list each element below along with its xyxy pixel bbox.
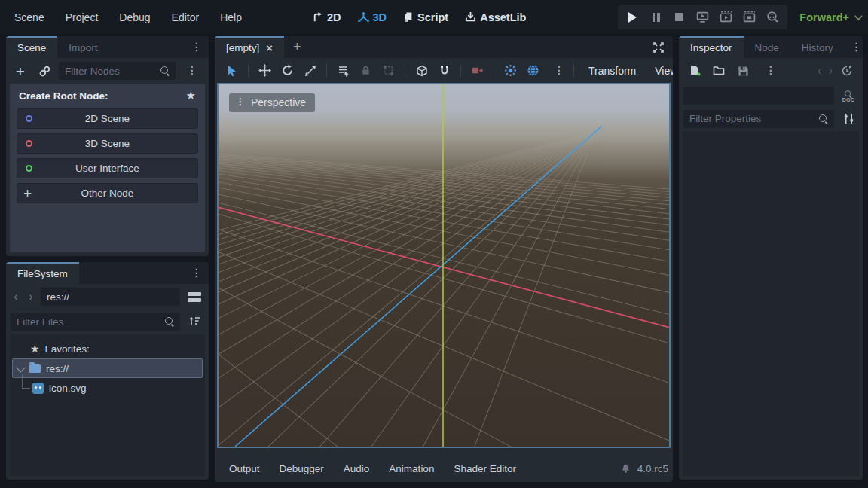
star-icon: ★ xyxy=(30,343,40,355)
workspace-2d-button[interactable]: 2D xyxy=(312,11,341,23)
play-custom-scene-button[interactable] xyxy=(741,9,757,26)
tab-import[interactable]: Import xyxy=(57,36,108,58)
create-3d-scene-button[interactable]: 3D Scene xyxy=(17,133,198,154)
edit-back-button[interactable]: ‹ xyxy=(815,64,824,78)
favorites-header[interactable]: ★ Favorites: xyxy=(10,339,205,358)
sun-icon xyxy=(504,64,517,77)
scene-toolbar: + Filter Nodes ⋮ xyxy=(6,58,209,84)
group-button[interactable] xyxy=(378,61,399,81)
camera-preview-button[interactable] xyxy=(467,61,487,81)
tab-history[interactable]: History xyxy=(790,36,845,58)
bottom-tab-debugger[interactable]: Debugger xyxy=(270,463,334,474)
move-tool-icon xyxy=(258,64,271,77)
tab-filesystem[interactable]: FileSystem xyxy=(6,262,79,284)
environment-globe-icon xyxy=(527,64,539,77)
perspective-menu-button[interactable]: ⋮ Perspective xyxy=(229,93,315,112)
sort-files-button[interactable] xyxy=(185,313,204,331)
filter-files-input[interactable]: Filter Files xyxy=(11,313,180,331)
scene-dock-menu-button[interactable]: ⋮ xyxy=(185,36,209,58)
pause-button[interactable] xyxy=(648,9,665,26)
menu-scene[interactable]: Scene xyxy=(11,11,55,23)
resource-name-field[interactable] xyxy=(683,87,834,105)
tree-item-icon-svg[interactable]: icon.svg xyxy=(10,378,205,398)
view-menu[interactable]: View xyxy=(646,65,673,77)
bottom-tab-animation[interactable]: Animation xyxy=(379,463,444,474)
workspace-script-button[interactable]: Script xyxy=(403,11,448,23)
menu-editor[interactable]: Editor xyxy=(161,11,210,23)
property-tools-button[interactable] xyxy=(839,110,858,128)
split-mode-icon xyxy=(188,292,201,302)
play-custom-scene-icon xyxy=(743,11,756,23)
snap-button[interactable] xyxy=(434,61,454,81)
load-resource-button[interactable] xyxy=(709,62,729,80)
stop-button[interactable] xyxy=(671,9,688,26)
search-icon xyxy=(160,66,170,76)
list-select-button[interactable] xyxy=(333,61,353,81)
bottom-tab-shader-editor[interactable]: Shader Editor xyxy=(444,463,526,474)
create-user-interface-button[interactable]: User Interface xyxy=(17,158,198,178)
menu-project[interactable]: Project xyxy=(55,11,109,23)
notification-bell-icon[interactable] xyxy=(620,463,631,474)
create-2d-scene-button[interactable]: 2D Scene xyxy=(17,108,198,129)
play-scene-button[interactable] xyxy=(717,9,734,26)
world-axes xyxy=(219,84,669,447)
bottom-tab-output[interactable]: Output xyxy=(219,463,270,474)
renderer-select[interactable]: Forward+ xyxy=(799,0,860,34)
filesystem-dock-menu-button[interactable]: ⋮ xyxy=(185,262,209,284)
expand-viewport-button[interactable] xyxy=(644,36,673,58)
remote-play-button[interactable] xyxy=(695,9,711,26)
tab-inspector[interactable]: Inspector xyxy=(679,36,744,58)
tab-node[interactable]: Node xyxy=(744,36,790,58)
3d-workspace-icon xyxy=(358,11,369,23)
select-tool-button[interactable] xyxy=(222,61,242,81)
menu-help[interactable]: Help xyxy=(209,11,252,23)
filter-properties-input[interactable]: Filter Properties xyxy=(683,110,834,128)
tree-item-root[interactable]: res:// xyxy=(12,358,203,378)
new-resource-button[interactable] xyxy=(685,62,704,80)
resource-menu-button[interactable]: ⋮ xyxy=(759,68,783,74)
edit-forward-button[interactable]: › xyxy=(826,64,836,78)
transform-menu[interactable]: Transform xyxy=(580,65,644,77)
favorites-star-icon[interactable]: ★ xyxy=(186,89,196,102)
inspector-dock-menu-button[interactable]: ⋮ xyxy=(845,36,863,58)
save-resource-button[interactable] xyxy=(733,62,753,80)
move-tool-button[interactable] xyxy=(255,61,275,81)
play-button[interactable] xyxy=(625,9,641,26)
local-space-button[interactable] xyxy=(411,61,432,81)
toggle-split-mode-button[interactable] xyxy=(185,288,204,306)
scale-tool-button[interactable] xyxy=(300,61,320,81)
scene-dock-tabs: Scene Import ⋮ xyxy=(6,36,209,58)
history-forward-button[interactable]: › xyxy=(26,290,36,303)
scale-tool-icon xyxy=(304,65,316,77)
bottom-tab-audio[interactable]: Audio xyxy=(334,463,380,474)
preview-sunlight-button[interactable] xyxy=(500,61,521,81)
plus-icon: + xyxy=(23,186,32,200)
instantiate-scene-button[interactable] xyxy=(35,62,54,80)
menu-debug[interactable]: Debug xyxy=(108,11,160,23)
movie-maker-button[interactable] xyxy=(764,9,781,26)
history-back-button[interactable]: ‹ xyxy=(11,290,21,303)
scene-toolbar-menu-button[interactable]: ⋮ xyxy=(180,68,204,74)
new-scene-tab-button[interactable]: + xyxy=(284,36,310,58)
create-other-node-button[interactable]: + Other Node xyxy=(17,183,198,203)
filter-nodes-input[interactable]: Filter Nodes xyxy=(59,62,176,80)
chevron-down-icon[interactable] xyxy=(16,362,26,372)
add-node-button[interactable]: + xyxy=(11,62,30,80)
current-path-field[interactable]: res:// xyxy=(41,288,180,306)
close-tab-icon[interactable]: × xyxy=(266,41,273,54)
doc-search-icon xyxy=(844,90,852,98)
workspace-assetlib-button[interactable]: AssetLib xyxy=(465,11,526,23)
movie-maker-icon xyxy=(766,11,779,23)
open-docs-button[interactable]: DOC xyxy=(839,89,858,102)
workspace-3d-button[interactable]: 3D xyxy=(358,11,387,23)
preview-environment-button[interactable] xyxy=(523,61,543,81)
rotate-tool-button[interactable] xyxy=(277,61,298,81)
viewport-options-menu-button[interactable]: ⋮ xyxy=(547,68,571,74)
object-history-button[interactable] xyxy=(837,62,857,80)
lock-button[interactable] xyxy=(356,61,376,81)
3d-viewport[interactable]: ⋮ Perspective xyxy=(217,83,671,448)
tab-scene[interactable]: Scene xyxy=(6,36,57,58)
godot-svg-file-icon xyxy=(32,383,44,394)
filesystem-nav-row: ‹ › res:// xyxy=(6,284,209,310)
scene-tab-empty[interactable]: [empty] × xyxy=(215,36,284,58)
